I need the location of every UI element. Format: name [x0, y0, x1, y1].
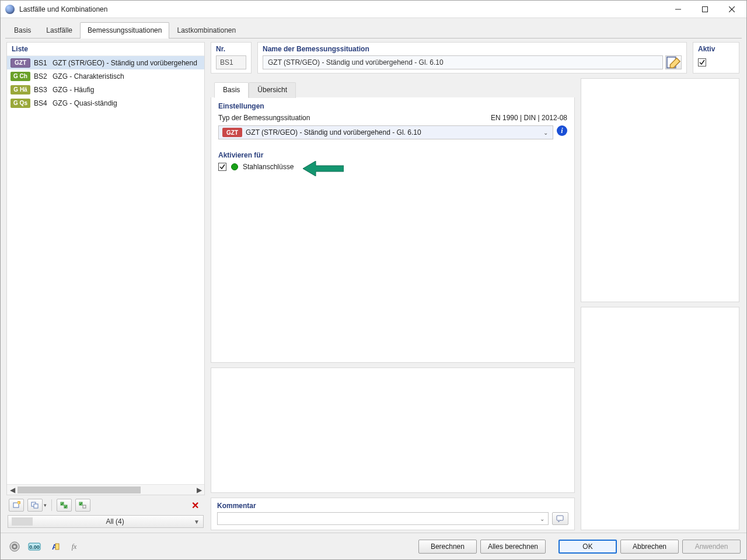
svg-rect-7 [34, 504, 38, 508]
svg-rect-11 [83, 505, 86, 508]
tab-lastkombinationen[interactable]: Lastkombinationen [169, 22, 243, 38]
check-all-button[interactable] [57, 499, 72, 512]
combo-badge: GZT [222, 128, 242, 137]
stahl-label: Stahlanschlüsse [243, 163, 294, 171]
alles-berechnen-button[interactable]: Alles berechnen [480, 540, 546, 554]
type-combo[interactable]: GZT GZT (STR/GEO) - Ständig und vorüberg… [218, 125, 553, 139]
config-panel: Einstellungen Typ der Bemessungssituatio… [211, 97, 575, 363]
copy-item-button[interactable] [27, 499, 43, 512]
chevron-down-icon: ⌄ [540, 516, 544, 522]
close-button[interactable] [718, 1, 745, 18]
font-button[interactable]: A [46, 539, 62, 554]
config-column: Basis Übersicht Einstellungen Typ der Be… [211, 78, 575, 530]
dialog-window: Lastfälle und Kombinationen Basis Lastfä… [0, 0, 747, 560]
liste-num: BS3 [34, 86, 49, 94]
info-icon[interactable]: i [557, 125, 567, 136]
kommentar-edit-button[interactable] [552, 512, 568, 525]
badge-ghae: G Hä [11, 85, 30, 94]
new-item-button[interactable] [9, 499, 24, 512]
units-button[interactable]: 0.00 [26, 539, 43, 554]
title-bar: Lastfälle und Kombinationen [1, 1, 746, 18]
einstellungen-section: Einstellungen Typ der Bemessungssituatio… [211, 97, 574, 146]
subtab-uebersicht[interactable]: Übersicht [249, 82, 296, 98]
liste-name: GZT (STR/GEO) - Ständig und vorübergehen… [53, 59, 197, 67]
tab-basis[interactable]: Basis [6, 22, 39, 38]
stahl-checkbox[interactable] [218, 163, 226, 171]
svg-rect-20 [55, 544, 59, 550]
callout-arrow-icon [303, 161, 344, 176]
nr-panel: Nr. BS1 [211, 42, 252, 74]
kommentar-title: Kommentar [217, 502, 568, 510]
norm-text: EN 1990 | DIN | 2012-08 [491, 114, 567, 122]
liste-row-bs2[interactable]: G Ch BS2 GZG - Charakteristisch [7, 69, 204, 83]
check-icon [219, 164, 225, 170]
ok-button[interactable]: OK [558, 540, 617, 554]
chevron-down-icon: ▼ [194, 519, 200, 525]
tab-bemessungssituationen[interactable]: Bemessungssituationen [80, 22, 169, 38]
type-row: Typ der Bemessungssituation EN 1990 | DI… [218, 114, 567, 122]
minimize-button[interactable] [665, 1, 692, 18]
status-dot-icon [231, 163, 238, 170]
maximize-button[interactable] [692, 1, 718, 18]
name-label: Name der Bemessungssituation [263, 45, 682, 53]
kommentar-combo[interactable]: ⌄ [217, 512, 549, 525]
config-tabbed: Basis Übersicht Einstellungen Typ der Be… [211, 78, 575, 363]
liste-num: BS1 [34, 59, 49, 67]
scroll-thumb[interactable] [18, 487, 141, 494]
badge-gqs: G Qs [11, 99, 30, 108]
svg-rect-1 [703, 6, 708, 12]
liste-num: BS2 [34, 72, 49, 80]
liste-body: GZT BS1 GZT (STR/GEO) - Ständig und vorü… [7, 55, 204, 484]
close-icon [729, 6, 735, 12]
fx-icon: fx [68, 541, 80, 552]
liste-row-bs4[interactable]: G Qs BS4 GZG - Quasi-ständig [7, 96, 204, 110]
name-value[interactable]: GZT (STR/GEO) - Ständig und vorübergehen… [263, 55, 663, 69]
aktiv-checkbox[interactable] [698, 58, 706, 66]
sub-tabs: Basis Übersicht [211, 78, 575, 97]
anwenden-button[interactable]: Anwenden [682, 540, 741, 554]
uncheck-all-button[interactable] [75, 499, 90, 512]
side-column [581, 78, 739, 530]
tab-lastfaelle[interactable]: Lastfälle [39, 22, 80, 38]
svg-text:0.00: 0.00 [29, 544, 40, 550]
liste-num: BS4 [34, 99, 49, 107]
liste-row-bs3[interactable]: G Hä BS3 GZG - Häufig [7, 83, 204, 96]
footer-left-icons: 0.00 A fx [6, 539, 82, 554]
scroll-track[interactable] [18, 486, 194, 494]
type-label: Typ der Bemessungssituation [218, 114, 310, 122]
maximize-icon [702, 6, 708, 12]
delete-button[interactable]: ✕ [187, 499, 203, 512]
kommentar-panel: Kommentar ⌄ [211, 498, 575, 530]
fx-button[interactable]: fx [66, 539, 82, 554]
name-panel: Name der Bemessungssituation GZT (STR/GE… [257, 42, 687, 74]
app-icon [5, 5, 15, 14]
scroll-left-icon[interactable]: ◀ [7, 485, 18, 495]
footer-bar: 0.00 A fx Berechnen Alles berechnen OK A… [1, 533, 746, 559]
window-title: Lastfälle und Kombinationen [19, 5, 107, 13]
scroll-right-icon[interactable]: ▶ [194, 485, 204, 495]
filter-label: All (4) [36, 517, 194, 526]
chevron-down-icon: ⌄ [541, 130, 550, 136]
svg-point-5 [18, 502, 20, 504]
berechnen-button[interactable]: Berechnen [418, 540, 477, 554]
subtab-basis[interactable]: Basis [214, 82, 249, 98]
units-icon: 0.00 [28, 541, 41, 552]
liste-panel: Liste GZT BS1 GZT (STR/GEO) - Ständig un… [6, 42, 205, 495]
svg-point-16 [13, 545, 16, 548]
einstellungen-title: Einstellungen [218, 102, 567, 110]
liste-header: Liste [7, 43, 204, 55]
aktivieren-section: Aktivieren für Stahlanschlüsse [211, 146, 574, 178]
detail-header-row: Nr. BS1 Name der Bemessungssituation GZT… [211, 42, 739, 74]
comment-icon [556, 514, 564, 523]
edit-name-button[interactable] [665, 55, 682, 69]
svg-text:fx: fx [72, 542, 77, 551]
filter-select[interactable]: All (4) ▼ [8, 515, 204, 528]
liste-filter: All (4) ▼ [8, 515, 204, 528]
liste-name: GZG - Häufig [53, 86, 94, 94]
side-panel-top [581, 78, 739, 302]
liste-row-bs1[interactable]: GZT BS1 GZT (STR/GEO) - Ständig und vorü… [7, 56, 204, 69]
abbrechen-button[interactable]: Abbrechen [620, 540, 679, 554]
filter-swatch [12, 517, 33, 526]
liste-hscroll[interactable]: ◀ ▶ [7, 484, 204, 495]
help-button[interactable] [6, 539, 23, 554]
